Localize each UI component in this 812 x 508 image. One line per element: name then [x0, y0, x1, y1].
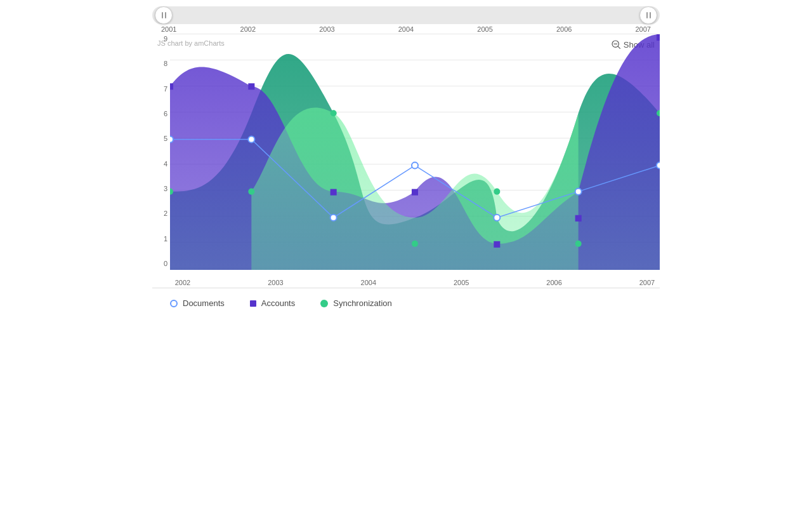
year-label-top-2005: 2005	[477, 25, 492, 33]
doc-point-2006	[575, 189, 582, 195]
sync-point-2003	[331, 110, 337, 116]
y-label-0: 0	[152, 260, 170, 267]
timeline-handle-right[interactable]	[639, 6, 657, 24]
chart-svg	[170, 34, 660, 270]
accounts-legend-icon	[250, 300, 256, 307]
y-label-3: 3	[152, 185, 170, 192]
doc-point-2001	[170, 136, 173, 142]
x-label-2006: 2006	[542, 279, 567, 286]
acc-point-2003	[331, 189, 337, 196]
y-label-6: 6	[152, 110, 170, 117]
legend: Documents Accounts Synchronization	[152, 288, 660, 308]
acc-point-2005	[494, 241, 500, 248]
y-label-7: 7	[152, 86, 170, 93]
doc-point-2007	[657, 163, 660, 169]
year-label-top-2003: 2003	[319, 25, 334, 33]
acc-point-2006	[575, 215, 582, 222]
timeline-scrollbar[interactable]	[152, 6, 660, 24]
doc-point-2004	[412, 163, 418, 169]
legend-synchronization: Synchronization	[320, 298, 392, 308]
acc-point-2002	[248, 83, 254, 90]
year-label-top-2007: 2007	[635, 25, 650, 33]
year-label-top-2004: 2004	[398, 25, 414, 33]
y-label-1: 1	[152, 236, 170, 243]
synchronization-legend-label: Synchronization	[333, 298, 392, 308]
sync-point-2005	[494, 189, 500, 195]
doc-point-2005	[494, 215, 500, 221]
year-label-top-2002: 2002	[240, 25, 256, 33]
chart-area: JS chart by amCharts Show all 0 1 2 3 4 …	[152, 34, 660, 288]
accounts-legend-label: Accounts	[261, 298, 295, 308]
y-label-2: 2	[152, 210, 170, 217]
documents-legend-icon	[170, 300, 178, 307]
y-label-4: 4	[152, 161, 170, 168]
doc-point-2002	[248, 136, 254, 142]
x-label-2002: 2002	[170, 279, 195, 286]
y-label-9: 9	[152, 36, 170, 43]
year-labels-top: 2001 2002 2003 2004 2005 2006 2007	[152, 25, 660, 33]
y-label-5: 5	[152, 135, 170, 142]
acc-point-2007	[657, 34, 660, 41]
x-label-2004: 2004	[356, 279, 381, 286]
sync-point-2006	[575, 241, 582, 247]
x-axis: 2002 2003 2004 2005 2006 2007	[170, 279, 660, 286]
x-label-2007: 2007	[634, 279, 660, 286]
sync-point-2002	[248, 189, 254, 195]
year-label-top-2001: 2001	[161, 25, 176, 33]
acc-point-2004	[412, 189, 418, 196]
doc-point-2003	[331, 215, 337, 221]
legend-documents: Documents	[170, 298, 225, 308]
chart-container: 2001 2002 2003 2004 2005 2006 2007 JS ch…	[152, 6, 660, 330]
legend-accounts: Accounts	[250, 298, 295, 308]
timeline-handle-left[interactable]	[155, 6, 173, 24]
acc-point-2001	[170, 83, 173, 90]
sync-point-2004	[412, 241, 418, 247]
y-axis: 0 1 2 3 4 5 6 7 8 9	[152, 34, 170, 269]
year-label-top-2006: 2006	[556, 25, 572, 33]
y-label-8: 8	[152, 60, 170, 67]
x-label-2005: 2005	[449, 279, 474, 286]
documents-legend-label: Documents	[183, 298, 225, 308]
synchronization-legend-icon	[320, 300, 328, 307]
x-label-2003: 2003	[263, 279, 288, 286]
